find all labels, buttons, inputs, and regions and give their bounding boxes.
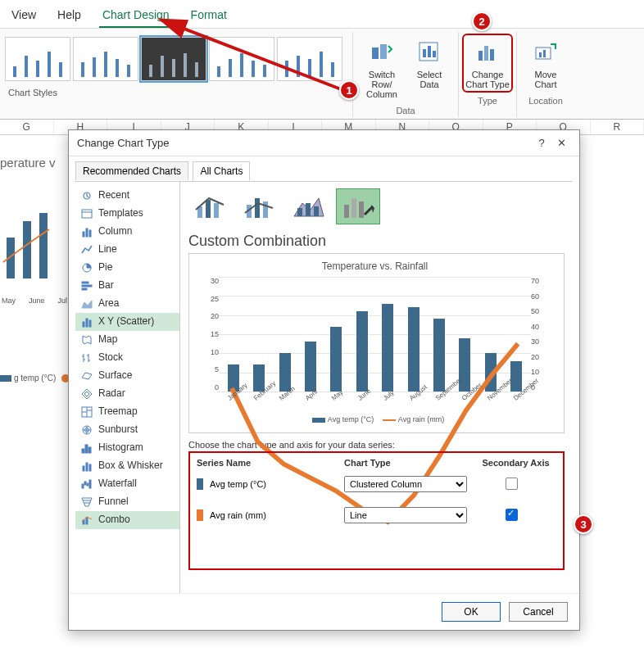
svg-rect-8: [490, 49, 494, 61]
change-chart-type-button[interactable]: ChangeChart Type: [464, 35, 511, 91]
svg-rect-17: [83, 232, 84, 237]
svg-rect-23: [82, 288, 87, 290]
switch-row-column-button[interactable]: Switch Row/Column: [358, 35, 406, 101]
sidebar-item-box-whisker[interactable]: Box & Whisker: [75, 457, 179, 475]
select-data-icon: [418, 41, 441, 64]
secondary-axis-checkbox[interactable]: [506, 478, 518, 490]
y-axis-left: 302520151050: [199, 277, 219, 392]
switch-icon: [370, 41, 393, 64]
menu-view[interactable]: View: [8, 5, 39, 28]
svg-line-15: [161, 20, 347, 92]
svg-rect-41: [86, 518, 88, 524]
svg-rect-25: [86, 319, 88, 327]
tab-recommended-charts[interactable]: Recommended Charts: [75, 161, 188, 180]
ribbon-group-type: ChangeChart Type Type: [458, 32, 516, 117]
sidebar-item-recent[interactable]: Recent: [75, 187, 179, 205]
sidebar-item-x-y-scatter-[interactable]: X Y (Scatter): [75, 313, 179, 331]
chart-style-thumb[interactable]: [5, 37, 70, 81]
svg-rect-44: [214, 203, 219, 218]
chart-type-sidebar: RecentTemplatesColumnLinePieBarAreaX Y (…: [75, 182, 180, 593]
svg-rect-38: [87, 483, 88, 486]
svg-rect-48: [297, 208, 302, 216]
svg-rect-1: [380, 44, 387, 59]
move-chart-icon: [534, 41, 557, 64]
svg-rect-46: [255, 198, 260, 218]
sidebar-item-pie[interactable]: Pie: [75, 259, 179, 277]
svg-rect-16: [82, 210, 92, 218]
callout-2: 2: [472, 11, 492, 31]
svg-rect-24: [83, 322, 84, 327]
series-name: Avg temp (°C): [210, 479, 344, 489]
sidebar-item-funnel[interactable]: Funnel: [75, 493, 179, 511]
tab-all-charts[interactable]: All Charts: [193, 161, 250, 181]
change-chart-type-icon: [476, 41, 499, 64]
annotation-arrow: [147, 13, 361, 98]
sidebar-item-treemap[interactable]: Treemap: [75, 403, 179, 421]
svg-rect-19: [89, 230, 91, 237]
combo-subtype-custom[interactable]: [336, 188, 380, 224]
svg-rect-5: [433, 51, 436, 57]
svg-rect-7: [484, 46, 488, 61]
series-row: Avg temp (°C)Clustered Column: [197, 476, 556, 492]
menu-help[interactable]: Help: [54, 5, 84, 28]
svg-rect-49: [306, 203, 311, 216]
svg-rect-0: [372, 48, 379, 59]
sidebar-item-bar[interactable]: Bar: [75, 277, 179, 295]
select-data-button[interactable]: SelectData: [406, 35, 453, 101]
svg-rect-53: [359, 201, 364, 218]
series-color-swatch: [197, 478, 203, 490]
sidebar-item-area[interactable]: Area: [75, 295, 179, 313]
series-config-box: Series Name Chart Type Secondary Axis Av…: [188, 451, 565, 570]
svg-rect-39: [89, 480, 91, 488]
svg-rect-3: [423, 49, 426, 57]
y-axis-right: 706050403020100: [531, 277, 551, 392]
bg-chart-title: perature v: [0, 156, 56, 170]
sidebar-item-sunburst[interactable]: Sunburst: [75, 421, 179, 439]
close-button[interactable]: ✕: [551, 137, 571, 149]
sidebar-item-histogram[interactable]: Histogram: [75, 439, 179, 457]
help-button[interactable]: ?: [532, 137, 551, 149]
svg-rect-14: [39, 213, 48, 278]
column-header[interactable]: G: [0, 120, 54, 134]
change-chart-type-dialog: Change Chart Type ? ✕ Recommended Charts…: [68, 129, 580, 631]
svg-rect-21: [82, 282, 88, 283]
svg-rect-32: [88, 447, 91, 453]
series-name: Avg rain (mm): [210, 510, 344, 520]
ribbon-group-data: Switch Row/Column SelectData Data: [352, 32, 458, 117]
svg-rect-18: [86, 229, 88, 237]
series-chart-type-select[interactable]: Clustered Column: [344, 476, 467, 492]
svg-rect-36: [82, 484, 84, 488]
sidebar-item-waterfall[interactable]: Waterfall: [75, 475, 179, 493]
svg-rect-13: [23, 221, 31, 278]
sidebar-item-line[interactable]: Line: [75, 241, 179, 259]
svg-rect-4: [428, 46, 431, 57]
svg-rect-35: [89, 464, 91, 471]
callout-3: 3: [574, 514, 593, 534]
svg-rect-52: [351, 198, 356, 218]
svg-rect-34: [86, 463, 88, 471]
bg-mini-chart: [0, 188, 66, 287]
ok-button[interactable]: OK: [442, 602, 501, 622]
chart-style-thumb[interactable]: [73, 37, 138, 81]
move-chart-button[interactable]: MoveChart: [522, 35, 569, 91]
sidebar-item-combo[interactable]: Combo: [75, 511, 179, 529]
combo-subtype-3[interactable]: [287, 188, 331, 224]
secondary-axis-checkbox[interactable]: [506, 509, 518, 521]
sidebar-item-radar[interactable]: Radar: [75, 385, 179, 403]
column-header[interactable]: R: [591, 120, 645, 134]
callout-1: 1: [339, 80, 359, 100]
sidebar-item-map[interactable]: Map: [75, 331, 179, 349]
svg-rect-47: [263, 201, 268, 218]
combo-subtype-1[interactable]: [188, 188, 233, 224]
ribbon-group-location: MoveChart Location: [516, 32, 574, 117]
cancel-button[interactable]: Cancel: [509, 602, 568, 622]
sidebar-item-column[interactable]: Column: [75, 223, 179, 241]
combo-subtype-row: [188, 188, 565, 224]
series-chart-type-select[interactable]: Line: [344, 507, 467, 523]
svg-rect-43: [206, 200, 211, 218]
sidebar-item-stock[interactable]: Stock: [75, 349, 179, 367]
sidebar-item-surface[interactable]: Surface: [75, 367, 179, 385]
combo-subtype-2[interactable]: [238, 188, 282, 224]
chart-preview: Temperature vs. Rainfall 302520151050 70…: [188, 253, 565, 433]
sidebar-item-templates[interactable]: Templates: [75, 205, 179, 223]
